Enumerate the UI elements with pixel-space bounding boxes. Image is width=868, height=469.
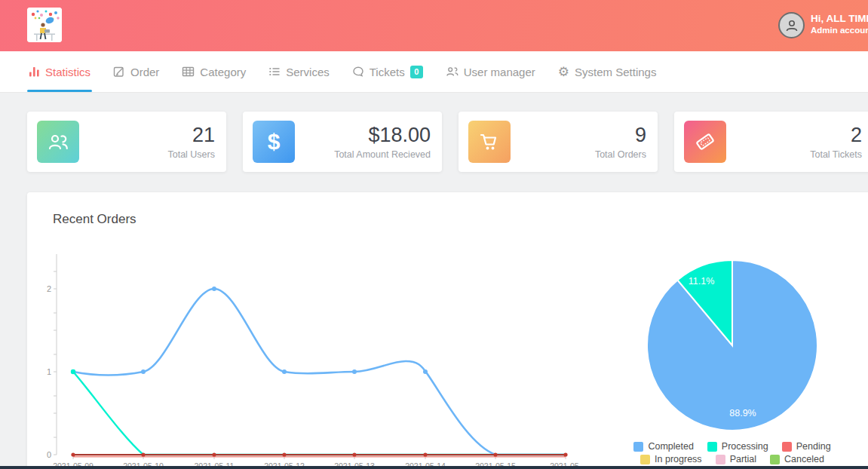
- list-icon: [268, 66, 281, 78]
- svg-text:0: 0: [47, 450, 51, 459]
- person-icon: [784, 18, 799, 33]
- legend-swatch: [716, 455, 725, 464]
- user-greeting: Hi, ALL TIME: [811, 13, 868, 24]
- legend-swatch: [633, 442, 643, 452]
- ticket-icon: [684, 121, 726, 163]
- legend-item-pending[interactable]: Pending: [782, 441, 831, 452]
- orders-pie-chart[interactable]: 11.1% 88.9%: [646, 251, 868, 469]
- ticket-glyph: [694, 130, 716, 153]
- legend-label: Completed: [648, 441, 693, 452]
- chart-legend: Completed Processing Pending In progress: [608, 441, 857, 467]
- gear-icon: ⚙: [558, 66, 569, 78]
- logo[interactable]: [27, 8, 62, 42]
- pie-label-completed: 88.9%: [729, 408, 756, 418]
- tab-user-manager[interactable]: User manager: [446, 51, 535, 92]
- legend-item-canceled[interactable]: Canceled: [770, 454, 824, 464]
- user-menu[interactable]: Hi, ALL TIME Admin account: [778, 12, 868, 38]
- recent-orders-panel: Recent Orders 2 1 0: [27, 192, 868, 469]
- table-icon: [182, 66, 195, 78]
- stat-meta: 21 Total Users: [79, 124, 226, 160]
- svg-text:2: 2: [47, 284, 51, 293]
- users-glyph: [47, 131, 69, 152]
- cart-glyph: [478, 131, 501, 152]
- tab-label: Statistics: [45, 66, 90, 78]
- stat-value: 2: [726, 124, 862, 147]
- users-icon: [37, 121, 79, 163]
- processing-marker-first: [71, 369, 75, 374]
- panel-title: Recent Orders: [53, 212, 136, 227]
- tab-label: System Settings: [575, 66, 656, 78]
- legend-label: Canceled: [784, 454, 824, 464]
- tab-label: Tickets: [370, 66, 405, 78]
- legend-item-partial[interactable]: Partial: [716, 454, 756, 464]
- legend-label: Processing: [722, 441, 768, 452]
- main-nav: Statistics Order Category Servi: [0, 51, 868, 93]
- dashboard-page: Hi, ALL TIME Admin account Statistics Or…: [0, 0, 868, 469]
- stat-card-total-users: 21 Total Users: [27, 112, 226, 172]
- tab-system-settings[interactable]: ⚙ System Settings: [558, 51, 657, 92]
- edit-icon: [113, 66, 125, 78]
- stat-meta: 2 Total Tickets: [726, 124, 868, 160]
- y-axis-labels: 2 1 0: [47, 284, 51, 459]
- stat-meta: 9 Total Orders: [511, 124, 658, 160]
- tab-label: Category: [200, 66, 246, 78]
- legend-item-completed[interactable]: Completed: [633, 441, 693, 452]
- legend-swatch: [770, 455, 780, 464]
- legend-label: Partial: [730, 454, 756, 464]
- cart-icon: [468, 121, 511, 163]
- user-info: Hi, ALL TIME Admin account: [811, 12, 868, 35]
- legend-swatch: [640, 455, 650, 464]
- active-tab-underline: [27, 90, 92, 92]
- stat-value: $18.00: [295, 124, 431, 147]
- app-header: Hi, ALL TIME Admin account: [0, 0, 868, 51]
- legend-swatch: [782, 442, 792, 452]
- stat-meta: $18.00 Total Amount Recieved: [295, 124, 442, 160]
- legend-label: Pending: [796, 441, 831, 452]
- completed-line: [73, 289, 566, 455]
- stat-label: Total Orders: [511, 149, 646, 160]
- stat-label: Total Amount Recieved: [295, 149, 431, 160]
- footer-bar: [0, 466, 868, 469]
- stat-card-total-tickets: 2 Total Tickets: [674, 112, 868, 172]
- stat-label: Total Tickets: [726, 149, 862, 160]
- legend-item-processing[interactable]: Processing: [707, 441, 768, 452]
- tab-label: Services: [286, 66, 330, 78]
- tab-order[interactable]: Order: [113, 51, 159, 92]
- chat-icon: [352, 66, 364, 78]
- tab-statistics[interactable]: Statistics: [29, 51, 90, 92]
- tab-services[interactable]: Services: [268, 51, 330, 92]
- dollar-glyph: $: [268, 129, 281, 155]
- legend-item-in-progress[interactable]: In progress: [640, 454, 702, 464]
- logo-illustration: [27, 8, 62, 42]
- y-axis-ticks: [54, 271, 57, 455]
- stat-value: 9: [511, 124, 646, 147]
- tab-label: User manager: [464, 66, 535, 78]
- tickets-count-badge: 0: [410, 66, 423, 78]
- tab-tickets[interactable]: Tickets 0: [352, 51, 423, 92]
- stat-label: Total Users: [79, 149, 215, 160]
- stat-card-total-orders: 9 Total Orders: [459, 112, 658, 172]
- tab-label: Order: [130, 66, 159, 78]
- legend-row-1: Completed Processing Pending: [608, 441, 857, 452]
- bar-chart-icon: [29, 66, 40, 78]
- users-icon: [446, 66, 459, 78]
- orders-line-chart[interactable]: 2 1 0 2021-05-09 2021-05-10 2021-05-11 2…: [42, 249, 582, 469]
- legend-label: In progress: [655, 454, 702, 464]
- stat-cards-row: 21 Total Users $ $18.00 Total Amount Rec…: [27, 112, 868, 172]
- stat-value: 21: [79, 124, 215, 147]
- legend-row-2: In progress Partial Canceled: [608, 454, 857, 464]
- processing-line: [73, 372, 566, 455]
- pie-label-processing: 11.1%: [689, 276, 715, 287]
- user-account-type: Admin account: [811, 26, 868, 35]
- legend-swatch: [707, 442, 717, 452]
- stat-card-total-amount: $ $18.00 Total Amount Recieved: [243, 112, 442, 172]
- dollar-icon: $: [253, 121, 295, 163]
- avatar: [778, 12, 805, 38]
- svg-text:1: 1: [47, 367, 51, 376]
- tab-category[interactable]: Category: [182, 51, 246, 92]
